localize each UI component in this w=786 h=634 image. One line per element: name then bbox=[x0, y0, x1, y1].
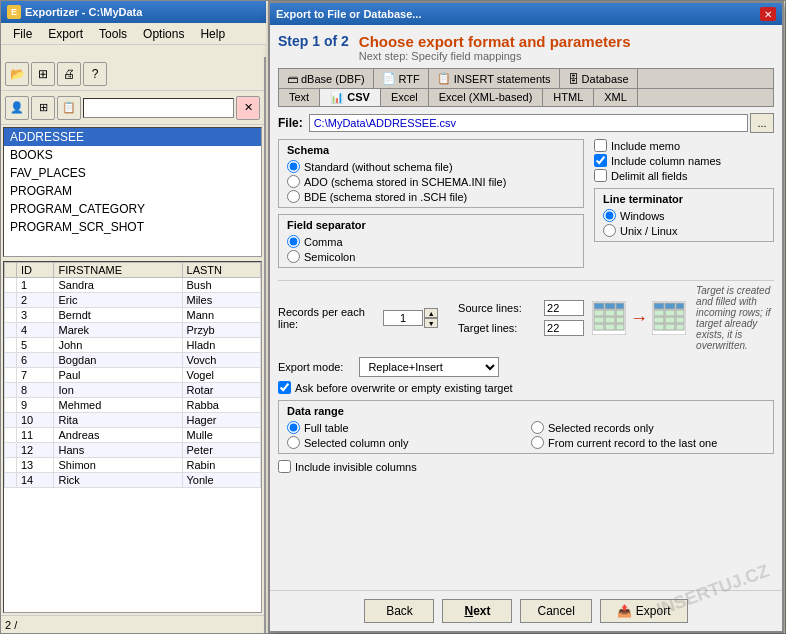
tree-item-program[interactable]: PROGRAM bbox=[4, 182, 261, 200]
range-from-current[interactable]: From current record to the last one bbox=[531, 436, 765, 449]
tree-item-fav-places[interactable]: FAV_PLACES bbox=[4, 164, 261, 182]
delimit-all-fields-label: Delimit all fields bbox=[611, 170, 687, 182]
step-label: Step 1 of 2 bbox=[278, 33, 349, 49]
export-icon: 📤 bbox=[617, 604, 632, 618]
include-col-names-row[interactable]: Include column names bbox=[594, 154, 774, 167]
svg-rect-3 bbox=[616, 303, 624, 309]
table-row: 5JohnHladn bbox=[5, 338, 261, 353]
next-underline: NNextext bbox=[464, 604, 490, 618]
menu-export[interactable]: Export bbox=[40, 25, 91, 43]
table-cell: Bogdan bbox=[54, 353, 182, 368]
schema-ado[interactable]: ADO (schema stored in SCHEMA.INI file) bbox=[287, 175, 575, 188]
svg-rect-20 bbox=[654, 317, 664, 323]
table-cell: Peter bbox=[182, 443, 260, 458]
sep-semicolon[interactable]: Semicolon bbox=[287, 250, 575, 263]
tree-item-books[interactable]: BOOKS bbox=[4, 146, 261, 164]
field-sep-radio-group: Comma Semicolon bbox=[287, 235, 575, 263]
tree-item-addressee[interactable]: ADDRESSEE bbox=[4, 128, 261, 146]
help-button[interactable]: ? bbox=[83, 62, 107, 86]
app-icon: E bbox=[7, 5, 21, 19]
tab-database[interactable]: 🗄 Database bbox=[560, 69, 638, 88]
export-mode-select[interactable]: Replace+Insert Insert only Update only R… bbox=[359, 357, 499, 377]
table-icon[interactable]: ⊞ bbox=[31, 96, 55, 120]
clear-button[interactable]: ✕ bbox=[236, 96, 260, 120]
table-cell: 13 bbox=[17, 458, 54, 473]
menu-file[interactable]: File bbox=[5, 25, 40, 43]
svg-rect-6 bbox=[616, 310, 624, 316]
file-browse-button[interactable]: ... bbox=[750, 113, 774, 133]
delimit-all-fields-row[interactable]: Delimit all fields bbox=[594, 169, 774, 182]
spinner-down[interactable]: ▼ bbox=[424, 318, 438, 328]
term-windows[interactable]: Windows bbox=[603, 209, 765, 222]
target-grid-icon bbox=[652, 301, 686, 335]
menu-help[interactable]: Help bbox=[192, 25, 233, 43]
subtab-excel-xml[interactable]: Excel (XML-based) bbox=[429, 89, 544, 106]
spinner-up[interactable]: ▲ bbox=[424, 308, 438, 318]
svg-rect-2 bbox=[605, 303, 615, 309]
source-lines-label: Source lines: bbox=[458, 302, 538, 314]
table-row: 3BerndtMann bbox=[5, 308, 261, 323]
step-header: Step 1 of 2 Choose export format and par… bbox=[278, 33, 774, 62]
col-header-id[interactable]: ID bbox=[17, 263, 54, 278]
include-invisible-checkbox[interactable] bbox=[278, 460, 291, 473]
tab-insert[interactable]: 📋 INSERT statements bbox=[429, 69, 560, 88]
sep-comma[interactable]: Comma bbox=[287, 235, 575, 248]
next-button[interactable]: NNextext bbox=[442, 599, 512, 623]
ask-overwrite-row[interactable]: Ask before overwrite or empty existing t… bbox=[278, 381, 774, 394]
dbase-icon: 🗃 bbox=[287, 73, 298, 85]
term-unix[interactable]: Unix / Linux bbox=[603, 224, 765, 237]
table-cell: Sandra bbox=[54, 278, 182, 293]
search-input[interactable] bbox=[83, 98, 234, 118]
range-full-table[interactable]: Full table bbox=[287, 421, 521, 434]
cancel-button[interactable]: Cancel bbox=[520, 599, 591, 623]
subtab-html[interactable]: HTML bbox=[543, 89, 594, 106]
print-button[interactable]: 🖨 bbox=[57, 62, 81, 86]
row-expand bbox=[5, 308, 17, 323]
svg-rect-22 bbox=[676, 317, 684, 323]
menu-tools[interactable]: Tools bbox=[91, 25, 135, 43]
range-selected-column[interactable]: Selected column only bbox=[287, 436, 521, 449]
col-header-expand bbox=[5, 263, 17, 278]
svg-rect-17 bbox=[654, 310, 664, 316]
svg-rect-7 bbox=[594, 317, 604, 323]
subtab-csv[interactable]: 📊 CSV bbox=[320, 89, 381, 106]
tree-item-program-scr-shot[interactable]: PROGRAM_SCR_SHOT bbox=[4, 218, 261, 236]
schema-radio-group: Standard (without schema file) ADO (sche… bbox=[287, 160, 575, 203]
subtab-text[interactable]: Text bbox=[279, 89, 320, 106]
row-expand bbox=[5, 293, 17, 308]
tab-dbase[interactable]: 🗃 dBase (DBF) bbox=[279, 69, 374, 88]
tab-rtf[interactable]: 📄 RTF bbox=[374, 69, 429, 88]
dialog-title-bar: Export to File or Database... ✕ bbox=[270, 3, 782, 25]
file-path-input[interactable] bbox=[309, 114, 748, 132]
script-icon[interactable]: 📋 bbox=[57, 96, 81, 120]
open-button[interactable]: 📂 bbox=[5, 62, 29, 86]
schema-bde[interactable]: BDE (schema stored in .SCH file) bbox=[287, 190, 575, 203]
line-term-radio-group: Windows Unix / Linux bbox=[603, 209, 765, 237]
ask-overwrite-checkbox[interactable] bbox=[278, 381, 291, 394]
table-cell: Berndt bbox=[54, 308, 182, 323]
records-per-line-input[interactable] bbox=[383, 310, 423, 326]
col-header-firstname[interactable]: FIRSTNAME bbox=[54, 263, 182, 278]
sub-tabs: Text 📊 CSV Excel Excel (XML-based) HTML … bbox=[278, 89, 774, 107]
subtab-xml[interactable]: XML bbox=[594, 89, 638, 106]
menu-options[interactable]: Options bbox=[135, 25, 192, 43]
left-top-toolbar: 👤 ⊞ 📋 ✕ bbox=[1, 91, 264, 125]
schema-title: Schema bbox=[287, 144, 575, 156]
include-invisible-row[interactable]: Include invisible columns bbox=[278, 460, 774, 473]
table-cell: Bush bbox=[182, 278, 260, 293]
subtab-excel[interactable]: Excel bbox=[381, 89, 429, 106]
tree-item-program-category[interactable]: PROGRAM_CATEGORY bbox=[4, 200, 261, 218]
include-memo-row[interactable]: Include memo bbox=[594, 139, 774, 152]
back-button[interactable]: Back bbox=[364, 599, 434, 623]
person-button[interactable]: 👤 bbox=[5, 96, 29, 120]
source-lines-value[interactable] bbox=[544, 300, 584, 316]
grid-button[interactable]: ⊞ bbox=[31, 62, 55, 86]
table-cell: Shimon bbox=[54, 458, 182, 473]
database-icon: 🗄 bbox=[568, 73, 579, 85]
range-selected-records[interactable]: Selected records only bbox=[531, 421, 765, 434]
col-header-lastname[interactable]: LASTN bbox=[182, 263, 260, 278]
target-lines-value[interactable] bbox=[544, 320, 584, 336]
dialog-close-button[interactable]: ✕ bbox=[760, 7, 776, 21]
table-cell: Ion bbox=[54, 383, 182, 398]
schema-standard[interactable]: Standard (without schema file) bbox=[287, 160, 575, 173]
